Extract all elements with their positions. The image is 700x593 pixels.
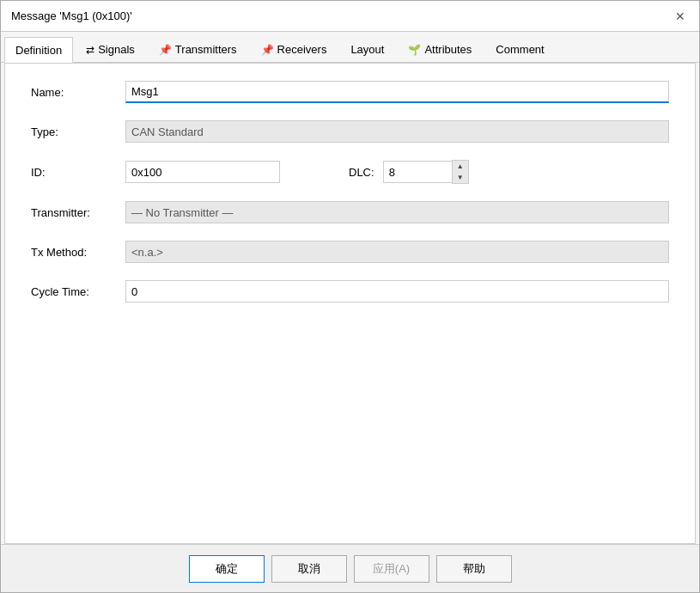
tab-receivers[interactable]: 📌 Receivers [250,36,338,62]
cancel-button[interactable]: 取消 [271,555,347,583]
cycle-time-row: Cycle Time: [31,280,669,303]
type-label: Type: [31,125,125,138]
tab-attributes[interactable]: 🌱 Attributes [397,36,483,62]
tx-method-label: Tx Method: [31,246,125,259]
tab-transmitters[interactable]: 📌 Transmitters [148,36,248,62]
dlc-spinner-buttons: ▲ ▼ [452,160,469,184]
id-input[interactable] [125,161,280,183]
dlc-label: DLC: [349,166,374,179]
id-dlc-fields: DLC: ▲ ▼ [125,160,469,184]
tab-bar: Definition ⇄ Signals 📌 Transmitters 📌 Re… [1,32,699,63]
tab-definition-label: Definition [15,44,62,57]
footer: 确定 取消 应用(A) 帮助 [1,544,699,592]
title-bar: Message 'Msg1 (0x100)' ✕ [1,1,699,32]
dlc-increment-button[interactable]: ▲ [453,161,468,172]
tab-definition[interactable]: Definition [4,37,73,63]
name-label: Name: [31,86,125,99]
tx-method-row: Tx Method: [31,241,669,263]
tab-comment[interactable]: Comment [484,36,555,62]
main-window: Message 'Msg1 (0x100)' ✕ Definition ⇄ Si… [0,0,700,593]
id-dlc-row: ID: DLC: ▲ ▼ [31,160,669,184]
id-label: ID: [31,166,125,179]
content-area: Name: Type: ID: DLC: ▲ ▼ [4,63,696,544]
signals-icon: ⇄ [86,44,94,56]
cycle-time-input[interactable] [125,280,669,303]
tab-layout-label: Layout [350,43,384,56]
window-title: Message 'Msg1 (0x100)' [11,9,132,22]
transmitters-icon: 📌 [159,44,172,56]
tab-receivers-label: Receivers [277,43,327,56]
dlc-decrement-button[interactable]: ▼ [453,172,468,183]
tab-transmitters-label: Transmitters [175,43,237,56]
transmitter-input[interactable] [125,201,669,223]
confirm-button[interactable]: 确定 [189,555,265,583]
receivers-icon: 📌 [261,44,274,56]
tab-layout[interactable]: Layout [339,36,395,62]
type-input[interactable] [125,120,669,143]
apply-button[interactable]: 应用(A) [354,555,429,583]
close-button[interactable]: ✕ [672,8,689,25]
tab-comment-label: Comment [496,43,544,56]
tx-method-input[interactable] [125,241,669,263]
tab-signals-label: Signals [98,43,135,56]
name-input[interactable] [125,81,669,103]
transmitter-label: Transmitter: [31,206,125,219]
dlc-spinner: ▲ ▼ [383,160,469,184]
name-row: Name: [31,81,669,103]
attributes-icon: 🌱 [408,44,421,56]
transmitter-row: Transmitter: [31,201,669,223]
cycle-time-label: Cycle Time: [31,285,125,298]
dlc-input[interactable] [383,161,452,183]
tab-attributes-label: Attributes [424,43,472,56]
type-row: Type: [31,120,669,143]
help-button[interactable]: 帮助 [436,555,512,583]
tab-signals[interactable]: ⇄ Signals [75,36,146,62]
